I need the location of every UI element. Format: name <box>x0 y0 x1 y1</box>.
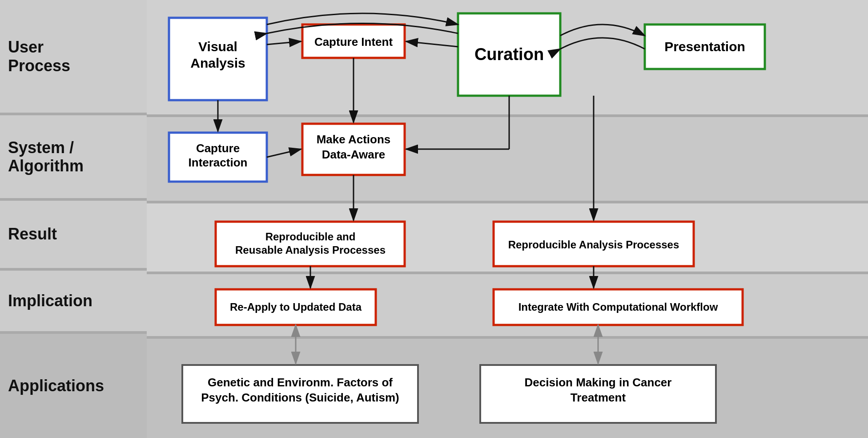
result-label: Result <box>8 225 57 243</box>
applications-band <box>147 339 868 438</box>
user-process-label: UserProcess <box>8 38 70 75</box>
labels-column: UserProcess System /Algorithm Result Imp… <box>0 0 147 438</box>
implication-band <box>147 274 868 336</box>
implication-label: Implication <box>8 292 92 310</box>
label-system-algorithm: System /Algorithm <box>0 115 147 198</box>
content-column: Visual Analysis Capture Intent Curation … <box>147 0 868 438</box>
user-process-band <box>147 0 868 114</box>
label-implication: Implication <box>0 271 147 331</box>
system-algorithm-label: System /Algorithm <box>8 138 84 175</box>
diagram: UserProcess System /Algorithm Result Imp… <box>0 0 868 438</box>
label-applications: Applications <box>0 334 147 438</box>
applications-label: Applications <box>8 377 104 395</box>
label-user-process: UserProcess <box>0 0 147 113</box>
result-band <box>147 203 868 272</box>
system-algorithm-band <box>147 117 868 201</box>
label-result: Result <box>0 201 147 268</box>
